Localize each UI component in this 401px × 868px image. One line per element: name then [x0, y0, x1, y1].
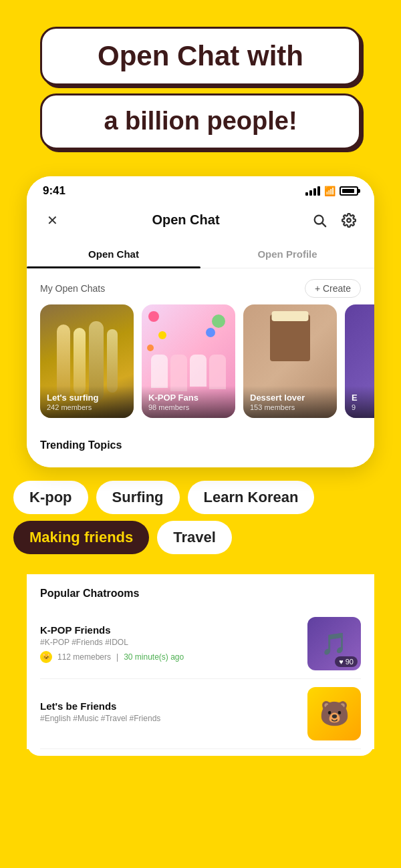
- chat-card-extra-members: 9: [352, 403, 374, 411]
- chatroom-item-friends[interactable]: Let's be Friends #English #Music #Travel…: [40, 679, 361, 749]
- app-header: ✕ Open Chat: [27, 202, 374, 240]
- bubble-title: Open Chat with: [69, 41, 332, 71]
- chat-card-surfing-overlay: Let's surfing 242 members: [40, 386, 134, 418]
- chat-card-dessert[interactable]: Dessert lover 153 members: [243, 304, 337, 418]
- popular-section-container: Popular Chatrooms K-POP Friends #K-POP #…: [27, 574, 374, 756]
- header-actions: [307, 208, 361, 232]
- chat-card-dessert-name: Dessert lover: [250, 393, 330, 403]
- create-button[interactable]: + Create: [305, 279, 361, 298]
- chatroom-kpop-time: 30 minute(s) ago: [124, 652, 184, 662]
- chat-card-surfing-name: Let's surfing: [47, 393, 127, 403]
- chatroom-kpop-meta: 🐱 112 memebers | 30 minute(s) ago: [40, 651, 298, 663]
- tags-row-2: Making friends Travel: [13, 521, 388, 554]
- chatroom-friends-thumb: 🐻: [307, 687, 361, 740]
- tag-making-friends[interactable]: Making friends: [13, 521, 149, 554]
- status-icons: 📶: [305, 186, 358, 196]
- chat-card-surfing[interactable]: Let's surfing 242 members: [40, 304, 134, 418]
- chatroom-friends-tags: #English #Music #Travel #Friends: [40, 714, 298, 723]
- battery-icon: [340, 186, 358, 196]
- settings-button[interactable]: [337, 208, 361, 232]
- tab-open-profile[interactable]: Open Profile: [200, 240, 374, 268]
- tab-open-chat[interactable]: Open Chat: [27, 240, 200, 268]
- popular-title: Popular Chatrooms: [40, 588, 361, 600]
- status-bar: 9:41 📶: [27, 176, 374, 202]
- speech-bubble-1: Open Chat with: [40, 27, 361, 85]
- chatroom-kpop-avatar: 🐱: [40, 651, 52, 663]
- tags-section: K-pop Surfing Learn Korean Making friend…: [0, 467, 401, 574]
- my-open-chats-label: My Open Chats: [40, 283, 105, 294]
- search-button[interactable]: [307, 208, 331, 232]
- svg-point-2: [347, 218, 351, 222]
- chat-card-surfing-members: 242 members: [47, 403, 127, 411]
- chat-cards-list[interactable]: Let's surfing 242 members: [27, 304, 374, 429]
- my-open-chats-header: My Open Chats + Create: [27, 268, 374, 304]
- trending-section: Trending Topics: [27, 429, 374, 467]
- chatroom-kpop-name: K-POP Friends: [40, 624, 298, 636]
- header-section: Open Chat with a billion people!: [0, 0, 401, 163]
- divider: |: [116, 652, 118, 662]
- chatroom-kpop-info: K-POP Friends #K-POP #Friends #IDOL 🐱 11…: [40, 624, 298, 663]
- phone-mockup: 9:41 📶 ✕ Open Chat: [27, 176, 374, 467]
- tag-travel[interactable]: Travel: [157, 521, 232, 554]
- chat-card-dessert-members: 153 members: [250, 403, 330, 411]
- trending-title: Trending Topics: [40, 439, 361, 451]
- chat-card-kpop-name: K-POP Fans: [148, 393, 229, 403]
- tag-learn-korean[interactable]: Learn Korean: [188, 481, 315, 514]
- chatroom-friends-name: Let's be Friends: [40, 700, 298, 712]
- tag-surfing[interactable]: Surfing: [96, 481, 180, 514]
- chat-card-kpop-members: 98 members: [148, 403, 229, 411]
- tab-bar: Open Chat Open Profile: [27, 240, 374, 268]
- chat-card-kpop[interactable]: K-POP Fans 98 members: [142, 304, 235, 418]
- chat-card-extra[interactable]: E 9: [345, 304, 374, 418]
- status-time: 9:41: [43, 184, 65, 198]
- bubble-subtitle: a billion people!: [69, 107, 332, 136]
- tags-row-1: K-pop Surfing Learn Korean: [13, 481, 388, 514]
- close-button[interactable]: ✕: [40, 208, 64, 232]
- popular-section: Popular Chatrooms K-POP Friends #K-POP #…: [27, 574, 374, 749]
- chat-card-kpop-overlay: K-POP Fans 98 members: [142, 386, 235, 418]
- tag-kpop[interactable]: K-pop: [13, 481, 88, 514]
- chatroom-friends-info: Let's be Friends #English #Music #Travel…: [40, 700, 298, 727]
- chat-card-extra-name: E: [352, 393, 374, 403]
- wifi-icon: 📶: [324, 186, 336, 196]
- chatroom-kpop-thumb: 🎵 ♥ 90: [307, 617, 361, 670]
- chatroom-kpop-likes: ♥ 90: [335, 656, 358, 667]
- svg-line-1: [322, 223, 325, 226]
- chatroom-kpop-tags: #K-POP #Friends #IDOL: [40, 638, 298, 647]
- signal-icon: [305, 186, 320, 196]
- header-title: Open Chat: [152, 212, 219, 228]
- chatroom-kpop-members: 112 memebers: [57, 652, 111, 662]
- chatroom-item-kpop[interactable]: K-POP Friends #K-POP #Friends #IDOL 🐱 11…: [40, 609, 361, 679]
- chat-card-extra-overlay: E 9: [345, 386, 374, 418]
- chat-card-dessert-overlay: Dessert lover 153 members: [243, 386, 337, 418]
- speech-bubble-2: a billion people!: [40, 93, 361, 150]
